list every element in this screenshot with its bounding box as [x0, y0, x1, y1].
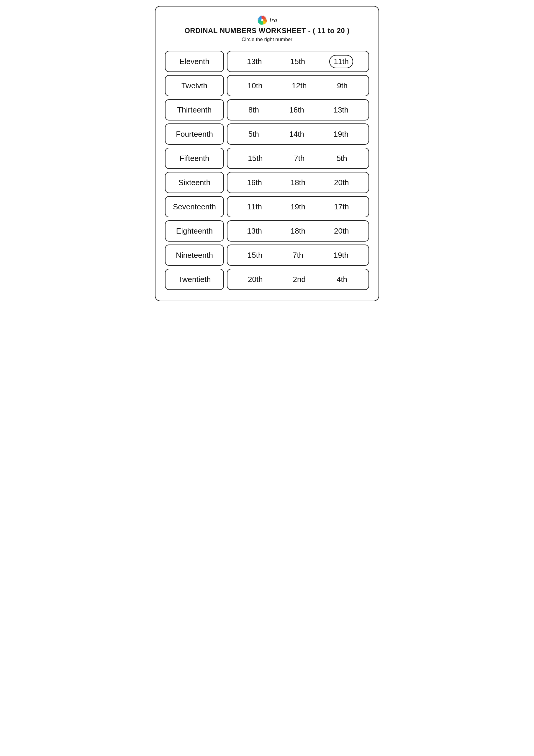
options-cell: 13th18th20th	[227, 220, 369, 242]
logo-area: Ira	[257, 15, 277, 25]
options-cell: 8th16th13th	[227, 99, 369, 121]
option-value[interactable]: 16th	[285, 104, 308, 116]
logo-icon	[257, 15, 267, 25]
option-value[interactable]: 13th	[243, 225, 266, 237]
worksheet-row: Twentieth20th2nd4th	[165, 269, 369, 290]
ordinal-label: Nineteenth	[165, 245, 224, 266]
option-value[interactable]: 19th	[287, 201, 310, 213]
worksheet-row: Eighteenth13th18th20th	[165, 220, 369, 242]
worksheet-row: Seventeenth11th19th17th	[165, 196, 369, 217]
options-cell: 15th7th19th	[227, 245, 369, 266]
worksheet-page: Ira ORDINAL NUMBERS WORKSHEET - ( 11 to …	[155, 6, 379, 301]
page-subtitle: Circle the right number	[242, 37, 292, 42]
option-value[interactable]: 17th	[330, 201, 353, 213]
brand-name: Ira	[269, 16, 277, 24]
ordinal-label: Twelvth	[165, 75, 224, 96]
ordinal-label: Thirteenth	[165, 99, 224, 121]
option-value[interactable]: 10th	[243, 79, 267, 92]
option-value[interactable]: 15th	[286, 55, 310, 68]
option-value[interactable]: 20th	[330, 225, 353, 237]
worksheet-row: Twelvth10th12th9th	[165, 75, 369, 96]
options-cell: 16th18th20th	[227, 172, 369, 193]
option-value[interactable]: 13th	[330, 104, 353, 116]
option-value[interactable]: 5th	[243, 128, 264, 141]
option-value[interactable]: 13th	[243, 55, 266, 68]
option-value[interactable]: 14th	[285, 128, 308, 141]
ordinal-label: Sixteenth	[165, 172, 224, 193]
ordinal-label: Fourteenth	[165, 123, 224, 145]
options-cell: 20th2nd4th	[227, 269, 369, 290]
worksheet-row: Eleventh13th15th11th	[165, 51, 369, 72]
option-value[interactable]: 19th	[330, 128, 353, 141]
option-value[interactable]: 19th	[330, 249, 353, 262]
option-value[interactable]: 18th	[287, 176, 310, 189]
options-cell: 13th15th11th	[227, 51, 369, 72]
svg-point-1	[261, 19, 263, 21]
option-value[interactable]: 20th	[244, 273, 267, 286]
option-value[interactable]: 15th	[244, 152, 267, 165]
worksheet-row: Nineteenth15th7th19th	[165, 245, 369, 266]
worksheet-grid: Eleventh13th15th11thTwelvth10th12th9thTh…	[165, 51, 369, 290]
option-value[interactable]: 15th	[243, 249, 267, 262]
options-cell: 11th19th17th	[227, 196, 369, 217]
worksheet-row: Fourteenth5th14th19th	[165, 123, 369, 145]
ordinal-label: Twentieth	[165, 269, 224, 290]
option-value[interactable]: 18th	[287, 225, 310, 237]
option-value[interactable]: 11th	[329, 55, 353, 68]
ordinal-label: Fifteenth	[165, 148, 224, 169]
worksheet-row: Thirteenth8th16th13th	[165, 99, 369, 121]
ordinal-label: Eighteenth	[165, 220, 224, 242]
ordinal-label: Eleventh	[165, 51, 224, 72]
option-value[interactable]: 12th	[288, 79, 311, 92]
option-value[interactable]: 7th	[289, 152, 310, 165]
page-title: ORDINAL NUMBERS WORKSHEET - ( 11 to 20 )	[184, 27, 350, 35]
worksheet-row: Fifteenth15th7th5th	[165, 148, 369, 169]
options-cell: 10th12th9th	[227, 75, 369, 96]
ordinal-label: Seventeenth	[165, 196, 224, 217]
option-value[interactable]: 4th	[332, 273, 352, 286]
option-value[interactable]: 2nd	[289, 273, 310, 286]
option-value[interactable]: 20th	[330, 176, 353, 189]
option-value[interactable]: 16th	[243, 176, 266, 189]
option-value[interactable]: 7th	[288, 249, 308, 262]
options-cell: 15th7th5th	[227, 148, 369, 169]
worksheet-row: Sixteenth16th18th20th	[165, 172, 369, 193]
option-value[interactable]: 5th	[332, 152, 352, 165]
options-cell: 5th14th19th	[227, 123, 369, 145]
page-header: Ira ORDINAL NUMBERS WORKSHEET - ( 11 to …	[165, 15, 369, 48]
option-value[interactable]: 8th	[243, 104, 264, 116]
option-value[interactable]: 9th	[332, 79, 353, 92]
option-value[interactable]: 11th	[243, 201, 266, 213]
